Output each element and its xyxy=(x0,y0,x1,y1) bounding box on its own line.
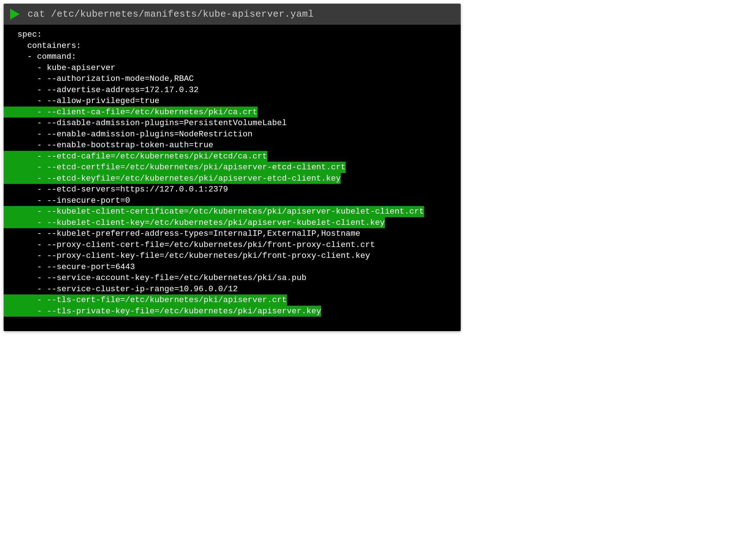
highlighted-text: - --etcd-cafile=/etc/kubernetes/pki/etcd… xyxy=(4,151,267,162)
output-line: - --disable-admission-plugins=Persistent… xyxy=(4,118,461,129)
output-line: - --advertise-address=172.17.0.32 xyxy=(4,85,461,96)
output-line: - --insecure-port=0 xyxy=(4,195,461,206)
output-line: - --etcd-keyfile=/etc/kubernetes/pki/api… xyxy=(4,173,461,184)
highlighted-text: - --kubelet-client-key=/etc/kubernetes/p… xyxy=(4,217,385,228)
highlighted-text: - --tls-private-key-file=/etc/kubernetes… xyxy=(4,306,321,317)
highlighted-text: - --etcd-certfile=/etc/kubernetes/pki/ap… xyxy=(4,162,346,173)
output-line: - --kubelet-client-certificate=/etc/kube… xyxy=(4,206,461,217)
output-line: - --kubelet-preferred-address-types=Inte… xyxy=(4,228,461,239)
output-line: - --proxy-client-key-file=/etc/kubernete… xyxy=(4,250,461,261)
output-line: - command: xyxy=(4,51,461,62)
output-line: - --tls-private-key-file=/etc/kubernetes… xyxy=(4,306,461,317)
output-line: - --enable-admission-plugins=NodeRestric… xyxy=(4,129,461,140)
output-line: containers: xyxy=(4,40,461,52)
terminal-command: cat /etc/kubernetes/manifests/kube-apise… xyxy=(28,9,314,20)
output-line: - --allow-privileged=true xyxy=(4,95,461,107)
output-line: - --enable-bootstrap-token-auth=true xyxy=(4,140,461,151)
terminal-window: cat /etc/kubernetes/manifests/kube-apise… xyxy=(4,4,461,331)
highlighted-text: - --etcd-keyfile=/etc/kubernetes/pki/api… xyxy=(4,173,341,184)
output-line: - --secure-port=6443 xyxy=(4,261,461,273)
highlighted-text: - --kubelet-client-certificate=/etc/kube… xyxy=(4,206,424,217)
terminal-title-bar: cat /etc/kubernetes/manifests/kube-apise… xyxy=(4,4,461,25)
output-line: - --tls-cert-file=/etc/kubernetes/pki/ap… xyxy=(4,294,461,306)
output-line: - --etcd-certfile=/etc/kubernetes/pki/ap… xyxy=(4,162,461,173)
output-line: - --service-account-key-file=/etc/kubern… xyxy=(4,272,461,284)
terminal-output: spec: containers: - command: - kube-apis… xyxy=(4,25,461,331)
highlighted-text: - --client-ca-file=/etc/kubernetes/pki/c… xyxy=(4,107,258,118)
output-line: - kube-apiserver xyxy=(4,62,461,74)
highlighted-text: - --tls-cert-file=/etc/kubernetes/pki/ap… xyxy=(4,294,287,306)
output-line: - --etcd-servers=https://127.0.0.1:2379 xyxy=(4,184,461,195)
output-line: - --service-cluster-ip-range=10.96.0.0/1… xyxy=(4,284,461,295)
output-line: - --client-ca-file=/etc/kubernetes/pki/c… xyxy=(4,107,461,118)
output-line: spec: xyxy=(4,29,461,40)
play-icon xyxy=(10,9,20,20)
output-line: - --authorization-mode=Node,RBAC xyxy=(4,73,461,85)
output-line: - --kubelet-client-key=/etc/kubernetes/p… xyxy=(4,217,461,228)
output-line: - --etcd-cafile=/etc/kubernetes/pki/etcd… xyxy=(4,151,461,162)
output-line: - --proxy-client-cert-file=/etc/kubernet… xyxy=(4,239,461,251)
